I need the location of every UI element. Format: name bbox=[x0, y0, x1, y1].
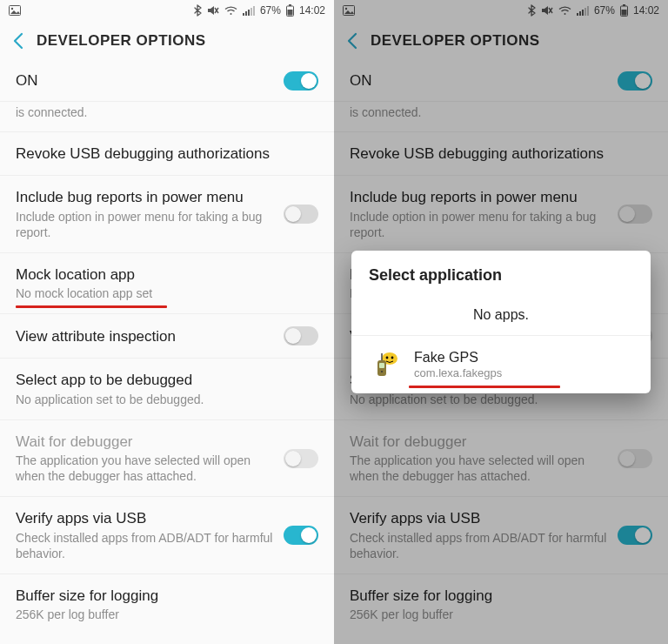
svg-point-25 bbox=[386, 357, 389, 359]
item-subtitle: Include option in power menu for taking … bbox=[16, 209, 273, 240]
fragment-text: is connected. bbox=[0, 102, 334, 132]
svg-rect-4 bbox=[243, 13, 244, 16]
item-wait-debugger: Wait for debugger The application you ha… bbox=[0, 420, 334, 498]
svg-point-29 bbox=[381, 371, 383, 372]
bluetooth-icon bbox=[194, 4, 202, 17]
battery-icon bbox=[286, 4, 294, 17]
svg-point-26 bbox=[391, 357, 394, 359]
item-subtitle: Check installed apps from ADB/ADT for ha… bbox=[16, 530, 273, 561]
dialog-item-fakegps[interactable]: Fake GPS com.lexa.fakegps bbox=[351, 335, 651, 393]
item-title: Revoke USB debugging authorizations bbox=[16, 144, 318, 163]
item-title: Select app to be debugged bbox=[16, 371, 318, 389]
annotation-underline bbox=[409, 386, 560, 388]
back-button[interactable] bbox=[12, 32, 24, 50]
svg-point-1 bbox=[11, 8, 13, 10]
item-title: View attribute inspection bbox=[16, 327, 273, 345]
mute-icon bbox=[207, 5, 219, 16]
select-application-dialog: Select application No apps. bbox=[351, 251, 651, 393]
item-buffer-size[interactable]: Buffer size for logging 256K per log buf… bbox=[0, 574, 334, 634]
item-title: Include bug reports in power menu bbox=[16, 188, 273, 206]
svg-rect-7 bbox=[250, 8, 252, 16]
item-revoke-usb[interactable]: Revoke USB debugging authorizations bbox=[0, 132, 334, 176]
item-bug-reports[interactable]: Include bug reports in power menu Includ… bbox=[0, 176, 334, 253]
wifi-icon bbox=[224, 5, 237, 16]
svg-rect-28 bbox=[379, 363, 384, 368]
master-switch-label: ON bbox=[16, 72, 38, 90]
battery-percent: 67% bbox=[260, 4, 281, 17]
item-select-debug-app[interactable]: Select app to be debugged No application… bbox=[0, 359, 334, 419]
item-subtitle: 256K per log buffer bbox=[16, 607, 318, 622]
item-title: Wait for debugger bbox=[16, 433, 273, 451]
dialog-item-none[interactable]: No apps. bbox=[351, 295, 651, 335]
item-title: Verify apps via USB bbox=[16, 509, 273, 527]
view-attribute-switch[interactable] bbox=[284, 326, 318, 345]
wait-debugger-switch bbox=[284, 449, 318, 468]
item-title: Mock location app bbox=[16, 265, 318, 284]
phone-right: 67% 14:02 DEVELOPER OPTIONS ON is connec… bbox=[334, 0, 668, 644]
fakegps-app-icon bbox=[369, 348, 402, 381]
item-title: Buffer size for logging bbox=[16, 587, 318, 605]
item-view-attribute[interactable]: View attribute inspection bbox=[0, 314, 334, 359]
dialog-title: Select application bbox=[351, 251, 651, 295]
item-mock-location[interactable]: Mock location app No mock location app s… bbox=[0, 253, 334, 314]
svg-rect-5 bbox=[245, 11, 247, 16]
item-subtitle: The application you have selected will o… bbox=[16, 453, 273, 484]
verify-usb-switch[interactable] bbox=[284, 526, 318, 545]
image-icon bbox=[9, 5, 21, 16]
page-title: DEVELOPER OPTIONS bbox=[37, 32, 206, 50]
item-verify-usb[interactable]: Verify apps via USB Check installed apps… bbox=[0, 497, 334, 574]
app-package: com.lexa.fakegps bbox=[414, 366, 502, 379]
clock: 14:02 bbox=[299, 4, 325, 17]
item-subtitle: No application set to be debugged. bbox=[16, 392, 318, 407]
status-bar: 67% 14:02 bbox=[0, 0, 334, 21]
signal-icon bbox=[243, 5, 255, 16]
app-name: Fake GPS bbox=[414, 350, 502, 366]
svg-rect-6 bbox=[248, 10, 250, 16]
svg-rect-11 bbox=[287, 10, 292, 16]
master-switch-row[interactable]: ON bbox=[0, 61, 334, 102]
master-switch[interactable] bbox=[284, 71, 318, 91]
app-header: DEVELOPER OPTIONS bbox=[0, 21, 334, 61]
annotation-underline bbox=[16, 305, 167, 308]
phone-left: 67% 14:02 DEVELOPER OPTIONS ON is connec… bbox=[0, 0, 334, 644]
dialog-none-label: No apps. bbox=[473, 307, 529, 323]
svg-rect-8 bbox=[253, 6, 255, 16]
bug-reports-switch[interactable] bbox=[284, 205, 318, 224]
item-subtitle: No mock location app set bbox=[16, 285, 318, 301]
